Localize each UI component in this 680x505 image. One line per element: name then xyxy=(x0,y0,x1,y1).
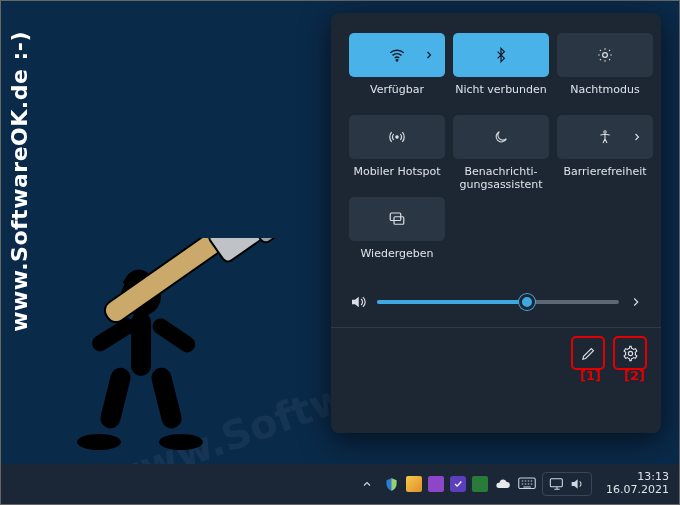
tile-accessibility: Barrierefreiheit xyxy=(557,115,653,191)
moon-icon xyxy=(493,129,509,145)
svg-rect-7 xyxy=(150,315,199,355)
hotspot-icon xyxy=(388,128,406,146)
volume-row xyxy=(331,279,661,321)
watermark-side: www.SoftwareOK.de :-) xyxy=(7,31,32,332)
tile-label: Nicht verbunden xyxy=(455,83,547,109)
keyboard-icon[interactable] xyxy=(518,475,536,493)
tile-nightmode: Nachtmodus xyxy=(557,33,653,109)
mascot-figure xyxy=(31,238,291,468)
svg-point-5 xyxy=(159,434,203,450)
wifi-icon xyxy=(388,46,406,64)
edit-button[interactable] xyxy=(571,336,605,370)
security-icon[interactable] xyxy=(382,475,400,493)
tile-cast: Wiedergeben xyxy=(349,197,445,273)
quick-settings-tiles: Verfügbar Nicht verbunden Nachtmodus xyxy=(331,13,661,279)
tray-app-icon[interactable] xyxy=(428,476,444,492)
tray-app-icon[interactable] xyxy=(450,476,466,492)
cloud-icon[interactable] xyxy=(494,475,512,493)
network-volume-group[interactable] xyxy=(542,472,592,496)
tile-hotspot: Mobiler Hotspot xyxy=(349,115,445,191)
settings-button[interactable] xyxy=(613,336,647,370)
cast-toggle[interactable] xyxy=(349,197,445,241)
chevron-right-icon[interactable] xyxy=(629,295,643,309)
tile-label: Barrierefreiheit xyxy=(563,165,646,191)
clock[interactable]: 13:13 16.07.2021 xyxy=(606,471,669,496)
tile-label: Benachrichti­gungsassistent xyxy=(453,165,549,191)
bluetooth-icon xyxy=(493,47,509,63)
cast-icon xyxy=(388,210,406,228)
annotation-one: [1] xyxy=(580,368,601,383)
volume-thumb[interactable] xyxy=(519,294,535,310)
tile-wifi: Verfügbar xyxy=(349,33,445,109)
tile-label: Verfügbar xyxy=(370,83,424,109)
chevron-right-icon[interactable] xyxy=(631,131,643,143)
tile-label: Nachtmodus xyxy=(570,83,639,109)
date: 16.07.2021 xyxy=(606,484,669,497)
svg-point-13 xyxy=(396,136,398,138)
wifi-toggle[interactable] xyxy=(349,33,445,77)
annotation-two: [2] xyxy=(624,368,645,383)
chevron-right-icon[interactable] xyxy=(423,49,435,61)
tray-app-icon[interactable] xyxy=(472,476,488,492)
svg-rect-2 xyxy=(98,366,132,431)
tile-focus-assist: Benachrichti­gungsassistent xyxy=(453,115,549,191)
panel-footer xyxy=(331,328,661,382)
accessibility-toggle[interactable] xyxy=(557,115,653,159)
nightmode-toggle[interactable] xyxy=(557,33,653,77)
focus-assist-toggle[interactable] xyxy=(453,115,549,159)
svg-point-14 xyxy=(604,131,606,133)
hotspot-toggle[interactable] xyxy=(349,115,445,159)
tray-chevron-up-icon[interactable] xyxy=(358,475,376,493)
tile-bluetooth: Nicht verbunden xyxy=(453,33,549,109)
svg-point-17 xyxy=(628,351,632,355)
bluetooth-toggle[interactable] xyxy=(453,33,549,77)
volume-slider[interactable] xyxy=(377,300,619,304)
desktop: www.SoftwareOK.de :-) www.SoftwareOK.de … xyxy=(0,0,680,505)
system-tray: 13:13 16.07.2021 xyxy=(358,471,669,496)
svg-point-4 xyxy=(77,434,121,450)
tray-app-icon[interactable] xyxy=(406,476,422,492)
tile-label: Wiedergeben xyxy=(360,247,433,273)
pencil-icon xyxy=(580,345,597,362)
taskbar: 13:13 16.07.2021 xyxy=(1,464,679,504)
speaker-icon[interactable] xyxy=(349,293,367,311)
gear-icon xyxy=(622,345,639,362)
svg-rect-1 xyxy=(131,312,151,376)
svg-point-11 xyxy=(396,60,398,62)
svg-rect-19 xyxy=(550,479,562,487)
svg-point-12 xyxy=(603,53,608,58)
svg-rect-3 xyxy=(149,366,183,431)
accessibility-icon xyxy=(597,129,613,145)
nightlight-icon xyxy=(596,46,614,64)
tile-label: Mobiler Hotspot xyxy=(353,165,440,191)
volume-fill xyxy=(377,300,527,304)
quick-settings-panel: Verfügbar Nicht verbunden Nachtmodus xyxy=(331,13,661,433)
